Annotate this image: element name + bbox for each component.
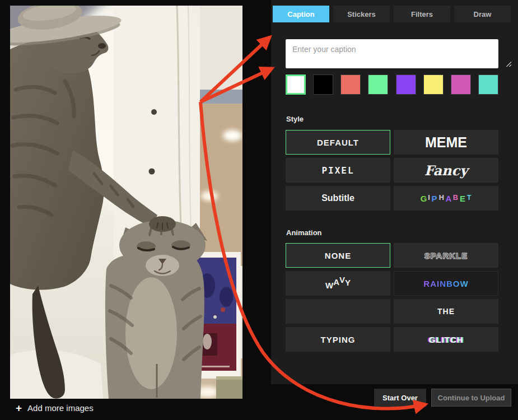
color-swatch-green[interactable] [368, 74, 388, 95]
tab-caption[interactable]: Caption [273, 6, 329, 22]
sitting-cat [105, 216, 207, 399]
animation-option-glitch[interactable]: GLITCH [394, 327, 498, 352]
tab-draw[interactable]: Draw [454, 6, 511, 22]
style-section-label: Style [286, 115, 304, 123]
animation-option-wavy[interactable]: WAVY [286, 271, 390, 296]
color-swatch-purple[interactable] [396, 74, 416, 95]
color-swatch-magenta[interactable] [451, 74, 471, 95]
continue-to-upload-button[interactable]: Continue to Upload [431, 389, 511, 407]
tab-stickers[interactable]: Stickers [333, 6, 390, 22]
editor-tabs: Caption Stickers Filters Draw [273, 6, 511, 22]
color-swatch-black[interactable] [313, 74, 333, 95]
color-swatch-coral[interactable] [340, 74, 361, 95]
style-option-meme[interactable]: MEME [394, 130, 498, 155]
style-option-default[interactable]: DEFAULT [286, 130, 390, 155]
animation-option-fade[interactable] [286, 299, 390, 324]
style-option-subtitle[interactable]: Subtitle [286, 186, 390, 211]
color-swatch-teal[interactable] [478, 74, 498, 95]
caption-input[interactable] [286, 39, 498, 68]
color-swatch-yellow[interactable] [423, 74, 444, 95]
gif-preview-canvas[interactable] [10, 6, 242, 399]
animation-option-the[interactable]: THE [394, 299, 498, 324]
animation-options: NONE SPARKLE WAVY RAINBOW THE TYPING GLI… [286, 243, 498, 352]
olive-box [216, 376, 242, 399]
add-more-images-label: Add more images [27, 403, 94, 413]
color-swatch-white[interactable] [286, 74, 306, 95]
style-option-pixel[interactable]: PIXEL [286, 158, 390, 183]
style-options: DEFAULT MEME PIXEL Fancy Subtitle GIPHAB… [286, 130, 498, 211]
caption-color-swatches [286, 74, 498, 95]
plus-icon: + [16, 403, 22, 413]
animation-option-none[interactable]: NONE [286, 243, 390, 268]
cat-gif-illustration [10, 6, 242, 399]
add-more-images-button[interactable]: + Add more images [16, 403, 94, 413]
resize-grip-icon[interactable] [505, 60, 511, 67]
style-option-fancy[interactable]: Fancy [394, 158, 498, 183]
tab-filters[interactable]: Filters [394, 6, 450, 22]
animation-section-label: Animation [286, 228, 322, 237]
editor-panel: Caption Stickers Filters Draw Style DEFA… [271, 0, 518, 384]
animation-option-sparkle[interactable]: SPARKLE [394, 243, 498, 268]
animation-option-rainbow[interactable]: RAINBOW [394, 271, 498, 296]
standing-cat-nose [98, 43, 106, 49]
style-option-giphabet[interactable]: GIPHABET [394, 186, 498, 211]
start-over-button[interactable]: Start Over [374, 389, 426, 407]
animation-option-typing[interactable]: TYPING [286, 327, 390, 352]
